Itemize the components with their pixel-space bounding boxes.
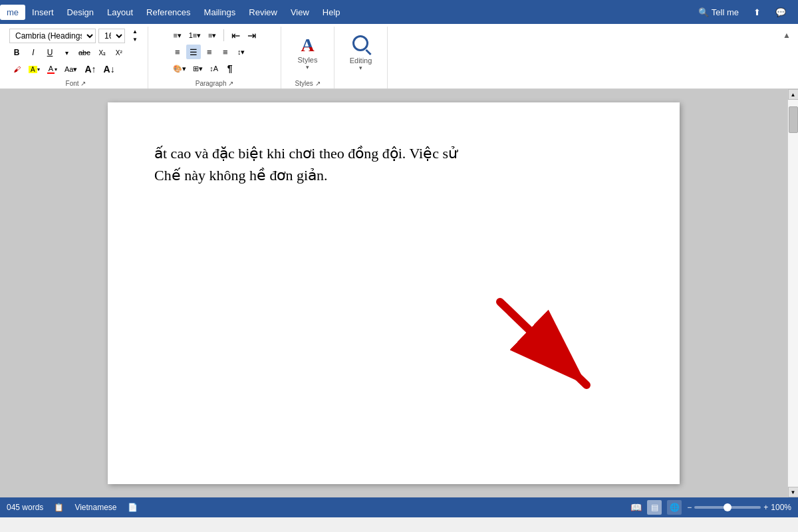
paragraph-group-label: Paragraph ↗ <box>148 80 281 87</box>
editing-group-content: Editing ▾ <box>344 28 378 88</box>
scroll-down-button[interactable]: ▼ <box>788 487 799 497</box>
bullet-list-button[interactable]: ≡▾ <box>170 28 185 43</box>
borders-button[interactable]: ⊞▾ <box>190 61 205 76</box>
menu-item-insert[interactable]: Insert <box>25 5 61 20</box>
document-content: ất cao và đặc biệt khi chơi theo đồng độ… <box>0 89 787 497</box>
font-row1: Cambria (Headings) 16 ▲ ▼ <box>9 28 142 43</box>
shading-icon: 🎨▾ <box>173 65 186 73</box>
styles-group-label: Styles ↗ <box>281 80 334 87</box>
paragraph-group-expand-icon[interactable]: ↗ <box>228 80 233 87</box>
comment-icon: 💬 <box>775 7 786 17</box>
font-size-selector[interactable]: 16 <box>98 29 125 43</box>
align-center-button[interactable]: ☰ <box>186 45 201 59</box>
font-color-button[interactable]: A▾ <box>45 62 60 76</box>
font-format-row: B I U ▾ abc X₂ X² <box>9 45 142 60</box>
subscript-button[interactable]: X₂ <box>95 45 110 60</box>
styles-group-expand-icon[interactable]: ↗ <box>315 80 321 87</box>
numbered-list-button[interactable]: 1≡▾ <box>186 28 204 43</box>
align-left-button[interactable]: ≡ <box>170 45 185 59</box>
highlight-button[interactable]: A▾ <box>26 62 43 76</box>
zoom-level: 100% <box>771 503 791 512</box>
status-bar: 045 words 📋 Vietnamese 📄 📖 ▤ 🌐 − + 100% <box>0 497 798 517</box>
styles-dropdown-icon: ▾ <box>306 64 309 70</box>
underline-color-button[interactable]: ▾ <box>59 45 74 60</box>
text-line1: ất cao và đặc biệt khi chơi theo đồng độ… <box>154 142 633 164</box>
menu-item-home[interactable]: me <box>0 5 25 20</box>
para-align-row: ≡ ☰ ≡ ≡ ↕▾ <box>170 45 259 59</box>
menu-item-references[interactable]: References <box>140 5 197 20</box>
ribbon-content: Cambria (Headings) 16 ▲ ▼ B I <box>0 24 798 89</box>
document-page: ất cao và đặc biệt khi chơi theo đồng độ… <box>108 102 680 484</box>
menu-right: 🔍 Tell me ⬆ 💬 <box>693 5 798 20</box>
font-style-row: 🖌 A▾ A▾ Aa▾ A↑ A↓ <box>9 62 142 76</box>
vertical-scrollbar[interactable]: ▲ ▼ <box>787 89 798 497</box>
text-line2: Chế này không hề đơn giản. <box>154 164 633 186</box>
grow-font-button[interactable]: A↑ <box>82 62 98 76</box>
italic-button[interactable]: I <box>26 45 41 60</box>
menu-item-help[interactable]: Help <box>316 5 347 20</box>
menu-item-design[interactable]: Design <box>61 5 100 20</box>
editing-button[interactable]: Editing ▾ <box>344 34 378 72</box>
zoom-track[interactable] <box>694 506 761 509</box>
zoom-in-button[interactable]: + <box>763 503 768 512</box>
justify-button[interactable]: ≡ <box>218 45 233 59</box>
ribbon-container: me Insert Design Layout References Maili… <box>0 0 798 89</box>
share-button[interactable]: ⬆ <box>748 5 766 20</box>
editing-dropdown-icon: ▾ <box>359 65 362 71</box>
styles-a-icon: A <box>301 36 314 55</box>
menu-item-review[interactable]: Review <box>242 5 284 20</box>
font-group: Cambria (Headings) 16 ▲ ▼ B I <box>4 27 148 88</box>
change-case-button[interactable]: Aa▾ <box>62 62 80 76</box>
svg-line-1 <box>500 302 587 385</box>
language[interactable]: Vietnamese <box>74 503 116 512</box>
menu-item-view[interactable]: View <box>284 5 316 20</box>
styles-label: Styles <box>298 56 318 64</box>
zoom-thumb[interactable] <box>724 503 732 511</box>
align-right-button[interactable]: ≡ <box>202 45 217 59</box>
ribbon-collapse-area: ▲ <box>779 27 794 88</box>
search-circle-icon <box>352 35 368 51</box>
shading-button[interactable]: 🎨▾ <box>170 61 189 76</box>
underline-button[interactable]: U <box>43 45 57 60</box>
editing-label: Editing <box>350 57 372 65</box>
collapse-ribbon-button[interactable]: ▲ <box>779 28 794 43</box>
word-count: 045 words <box>7 503 43 512</box>
scroll-up-button[interactable]: ▲ <box>788 89 799 100</box>
read-view-icon: 📖 <box>630 502 642 513</box>
zoom-controls: − + 100% <box>687 503 791 512</box>
lightbulb-icon: 🔍 <box>698 7 709 17</box>
font-group-label: Font ↗ <box>4 80 148 87</box>
scroll-track[interactable] <box>788 100 798 487</box>
scroll-thumb[interactable] <box>789 106 798 133</box>
multilevel-list-button[interactable]: ≡▾ <box>205 28 219 43</box>
tell-me-button[interactable]: 🔍 Tell me <box>693 5 744 20</box>
strikethrough-button[interactable]: abc <box>76 45 93 60</box>
menu-item-layout[interactable]: Layout <box>100 5 140 20</box>
decrease-font-button[interactable]: ▼ <box>128 36 142 43</box>
styles-group: A Styles ▾ Styles ↗ <box>281 27 334 88</box>
styles-button[interactable]: A Styles ▾ <box>293 33 323 73</box>
format-painter-button[interactable]: 🖌 <box>9 62 24 76</box>
decrease-indent-button[interactable]: ⇤ <box>228 28 243 43</box>
font-group-expand-icon[interactable]: ↗ <box>80 80 86 87</box>
line-spacing-button[interactable]: ↕▾ <box>234 45 249 59</box>
font-name-selector[interactable]: Cambria (Headings) <box>9 29 96 43</box>
red-arrow-annotation <box>480 282 613 418</box>
increase-indent-button[interactable]: ⇥ <box>244 28 259 43</box>
print-view-button[interactable]: ▤ <box>647 500 662 515</box>
show-paragraph-button[interactable]: ¶ <box>223 61 237 76</box>
track-changes-icon[interactable]: 📋 <box>54 503 64 512</box>
comment-button[interactable]: 💬 <box>770 5 791 20</box>
bold-button[interactable]: B <box>9 45 24 60</box>
menu-item-mailings[interactable]: Mailings <box>198 5 243 20</box>
paint-brush-icon: 🖌 <box>13 65 21 73</box>
shrink-font-button[interactable]: A↓ <box>101 62 118 76</box>
document-text: ất cao và đặc biệt khi chơi theo đồng độ… <box>154 142 633 186</box>
menu-bar: me Insert Design Layout References Maili… <box>0 0 798 24</box>
document-area: ất cao và đặc biệt khi chơi theo đồng độ… <box>0 89 798 497</box>
sort-button[interactable]: ↕A <box>207 61 221 76</box>
superscript-button[interactable]: X² <box>112 45 126 60</box>
increase-font-button[interactable]: ▲ <box>128 28 142 35</box>
zoom-out-button[interactable]: − <box>687 503 692 512</box>
web-view-button[interactable]: 🌐 <box>667 500 682 515</box>
